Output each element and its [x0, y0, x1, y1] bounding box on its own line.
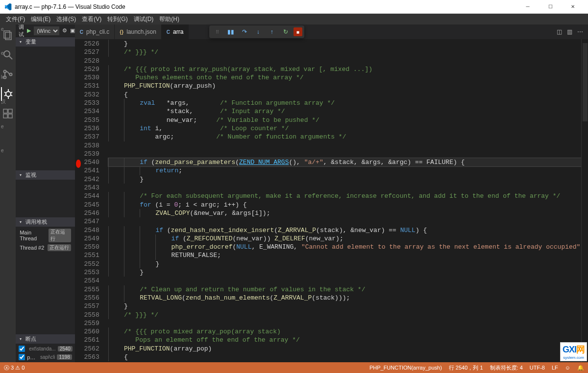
minimap-thumb[interactable] — [583, 43, 588, 121]
breakpoint-row[interactable]: array.cext\standa...2540 — [16, 345, 75, 353]
breakpoint-dot[interactable] — [76, 160, 81, 168]
tab-label: arra — [173, 28, 183, 35]
editor-tab[interactable]: {}launch.json — [115, 24, 162, 39]
status-errors[interactable]: ⓧ 3 ⚠ 0 — [4, 364, 24, 372]
debug-settings-icon[interactable]: ⚙ — [62, 27, 67, 34]
status-encoding[interactable]: UTF-8 — [530, 365, 545, 371]
step-into-button[interactable]: ↓ — [252, 26, 264, 38]
debug-console-icon[interactable]: ▣ — [70, 27, 75, 34]
editor-tab[interactable]: Carra — [162, 24, 189, 39]
status-context[interactable]: PHP_FUNCTION(array_push) — [369, 365, 442, 371]
editor-tab[interactable]: Cphp_cli.c — [75, 24, 115, 39]
callstack-section-header[interactable]: 调用堆栈 — [16, 217, 75, 227]
tab-bar: Cphp_cli.c{}launch.jsonCarra ◫ ▥ ⋯ — [75, 24, 588, 39]
menu-item[interactable]: 转到(G) — [104, 15, 130, 23]
callstack-body: Main Thread正在运行Thread #2正在运行 — [16, 227, 75, 334]
variables-body — [16, 47, 75, 170]
breakpoint-checkbox[interactable] — [19, 354, 25, 360]
breakpoint-gutter[interactable] — [75, 39, 82, 362]
tab-label: php_cli.c — [86, 28, 109, 35]
menu-item[interactable]: 调试(D) — [131, 15, 157, 23]
debug-side-panel: 调试 ▶ (Winc ⚙ ▣ 变量 监视 调用堆栈 Main Thread正在运… — [16, 24, 75, 362]
breakpoints-section-header[interactable]: 断点 — [16, 334, 75, 344]
tab-label: launch.json — [126, 28, 156, 35]
window-title: array.c — php-7.1.6 — Visual Studio Code — [15, 3, 516, 10]
menu-bar: 文件(F)编辑(E)选择(S)查看(V)转到(G)调试(D)帮助(H) — [0, 14, 588, 24]
tab-actions: ◫ ▥ ⋯ — [552, 24, 588, 39]
svg-rect-17 — [8, 114, 12, 118]
file-type-icon: C — [80, 29, 83, 35]
menu-item[interactable]: 编辑(E) — [28, 15, 53, 23]
line-number-gutter: 2526252725282529253025312532253325342535… — [82, 39, 104, 362]
code-area[interactable]: 2526252725282529253025312532253325342535… — [75, 39, 588, 362]
external-tabs: eele汉ee — [0, 24, 6, 155]
debug-label: 调试 — [19, 24, 24, 38]
svg-line-3 — [9, 56, 12, 59]
file-type-icon: {} — [120, 29, 123, 35]
svg-point-7 — [6, 92, 11, 96]
minimap[interactable] — [581, 39, 588, 362]
status-feedback-icon[interactable]: ☺ — [565, 365, 570, 371]
step-out-button[interactable]: ↑ — [266, 26, 278, 38]
svg-rect-15 — [8, 109, 12, 113]
status-bell-icon[interactable]: 🔔 — [577, 365, 584, 371]
variables-section-header[interactable]: 变量 — [16, 37, 75, 47]
watch-section-header[interactable]: 监视 — [16, 170, 75, 180]
pause-button[interactable]: ▮▮ — [225, 26, 237, 38]
menu-item[interactable]: 文件(F) — [3, 15, 28, 23]
status-tab-size[interactable]: 制表符长度: 4 — [490, 364, 523, 372]
maximize-button[interactable]: ☐ — [539, 0, 562, 14]
code-content[interactable]: } /* }}} */ /* {{{ proto int array_push(… — [104, 39, 588, 362]
breakpoints-body: array.cext\standa...2540php_cli.csapi\cl… — [16, 344, 75, 362]
status-position[interactable]: 行 2540，列 1 — [449, 364, 483, 372]
svg-line-13 — [11, 95, 12, 96]
more-actions-icon[interactable]: ⋯ — [577, 28, 583, 35]
svg-line-11 — [11, 92, 12, 93]
menu-item[interactable]: 帮助(H) — [156, 15, 182, 23]
title-bar: array.c — php-7.1.6 — Visual Studio Code… — [0, 0, 588, 14]
minimize-button[interactable]: ─ — [516, 0, 539, 14]
watermark: GXI网 system.com — [560, 342, 587, 361]
breakpoint-row[interactable]: php_cli.csapi\cli1198 — [16, 353, 75, 361]
file-type-icon: C — [167, 29, 170, 35]
split-editor-icon[interactable]: ◫ — [557, 28, 562, 35]
svg-point-6 — [10, 73, 12, 76]
thread-row[interactable]: Main Thread正在运行 — [16, 228, 75, 243]
debug-header: 调试 ▶ (Winc ⚙ ▣ — [16, 24, 75, 37]
stop-button[interactable]: ■ — [294, 27, 302, 36]
start-debug-button[interactable]: ▶ — [27, 27, 31, 34]
menu-item[interactable]: 选择(S) — [53, 15, 79, 23]
thread-row[interactable]: Thread #2正在运行 — [16, 243, 75, 252]
restart-button[interactable]: ↻ — [280, 26, 292, 38]
vscode-logo-icon — [4, 3, 12, 11]
status-eol[interactable]: LF — [552, 365, 558, 371]
watch-body — [16, 180, 75, 217]
editor-area: Cphp_cli.c{}launch.jsonCarra ◫ ▥ ⋯ ⠿ ▮▮ … — [75, 24, 588, 362]
breakpoint-checkbox[interactable] — [19, 346, 25, 352]
layout-icon[interactable]: ▥ — [567, 28, 572, 35]
drag-handle-icon[interactable]: ⠿ — [211, 26, 223, 38]
debug-toolbar[interactable]: ⠿ ▮▮ ↷ ↓ ↑ ↻ ■ — [209, 25, 304, 38]
status-bar: ⓧ 3 ⚠ 0 PHP_FUNCTION(array_push) 行 2540，… — [0, 362, 588, 373]
step-over-button[interactable]: ↷ — [239, 26, 250, 38]
close-button[interactable]: ✕ — [562, 0, 584, 14]
debug-config-select[interactable]: (Winc — [34, 26, 59, 35]
menu-item[interactable]: 查看(V) — [79, 15, 104, 23]
